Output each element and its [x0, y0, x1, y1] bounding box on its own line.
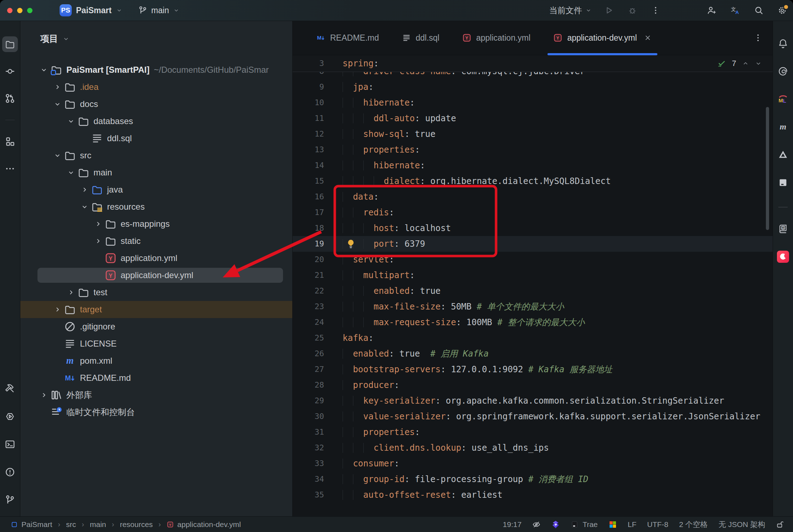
tree-item-application-dev-yml[interactable]: Yapplication-dev.yml: [20, 267, 292, 284]
status-trae[interactable]: Trae: [571, 520, 597, 529]
chevron-right-icon[interactable]: [94, 220, 102, 228]
zoom-window-button[interactable]: [27, 8, 32, 13]
chevron-down-icon[interactable]: [51, 149, 64, 162]
code-line-24[interactable]: 24 max-request-size: 100MB # 整个请求的最大大小: [293, 314, 773, 330]
tab-readme-md[interactable]: MREADME.md: [305, 21, 390, 55]
breadcrumb-resources[interactable]: resources: [120, 520, 153, 529]
close-icon[interactable]: [644, 34, 652, 42]
chevron-down-icon[interactable]: [755, 60, 762, 67]
rail-plugins-button[interactable]: [2, 134, 18, 149]
intention-bulb-icon[interactable]: [345, 239, 356, 249]
tab-application-dev-yml[interactable]: Yapplication-dev.yml: [542, 21, 663, 55]
code-line-34[interactable]: 34 group-id: file-processing-group # 消费者…: [293, 471, 773, 487]
code-line-10[interactable]: 10 hibernate:: [293, 95, 773, 111]
rail-device-button[interactable]: [774, 174, 792, 191]
add-user-icon[interactable]: [707, 5, 717, 15]
code-line-11[interactable]: 11 ddl-auto: update: [293, 111, 773, 126]
chevron-right-icon[interactable]: [54, 83, 61, 91]
project-selector[interactable]: PS PaiSmart: [60, 4, 122, 16]
branch-selector[interactable]: main: [138, 6, 180, 15]
inspections-ok-icon[interactable]: [717, 59, 726, 68]
rail-problems-button[interactable]: [2, 464, 18, 480]
tree-item-resources[interactable]: resources: [20, 198, 292, 215]
status-ms-logo[interactable]: [608, 520, 617, 529]
tree-item-paismart-smartpai[interactable]: PaiSmart [SmartPAI]~/Documents/GitHub/Pa…: [20, 61, 292, 78]
tree-item-main[interactable]: main: [20, 164, 292, 181]
chevron-down-icon[interactable]: [54, 152, 61, 159]
chevron-right-icon[interactable]: [37, 389, 50, 401]
status-eye-off[interactable]: [532, 520, 541, 529]
rail-knot-button[interactable]: [774, 146, 792, 163]
chevron-right-icon[interactable]: [65, 286, 77, 299]
code-line-35[interactable]: 35 auto-offset-reset: earliest: [293, 487, 773, 503]
code-line-19[interactable]: 19 port: 6379: [293, 236, 773, 252]
tree-item-application-yml[interactable]: Yapplication.yml: [20, 250, 292, 267]
chevron-right-icon[interactable]: [94, 237, 102, 245]
debug-icon[interactable]: [627, 5, 637, 15]
tree-item-static[interactable]: static: [20, 232, 292, 250]
chevron-right-icon[interactable]: [67, 288, 75, 296]
rail-ml-plugin-button[interactable]: ML: [774, 91, 792, 108]
translate-icon[interactable]: 文A: [730, 5, 740, 15]
chevron-down-icon[interactable]: [81, 203, 89, 211]
inspections-widget[interactable]: 7: [717, 59, 762, 68]
tree-item-databases[interactable]: databases: [20, 113, 292, 130]
breadcrumb-paismart[interactable]: PaiSmart: [11, 520, 52, 529]
tab-ddl-sql[interactable]: ddl.sql: [390, 21, 451, 55]
chevron-right-icon[interactable]: [54, 306, 61, 313]
rail-git-pull-button[interactable]: [2, 91, 18, 106]
rail-dictionary-button[interactable]: A: [774, 220, 792, 237]
chevron-right-icon[interactable]: [92, 218, 105, 230]
code-line-29[interactable]: 29 key-serializer: org.apache.kafka.comm…: [293, 393, 773, 409]
chevron-down-icon[interactable]: [65, 115, 77, 128]
tree-item-test[interactable]: test: [20, 284, 292, 301]
chevron-down-icon[interactable]: [65, 166, 77, 179]
rail-more-button[interactable]: [2, 161, 18, 177]
run-config-selector[interactable]: 当前文件: [549, 5, 592, 16]
tab-application-yml[interactable]: Yapplication.yml: [451, 21, 542, 55]
rail-branch-button[interactable]: [2, 492, 18, 508]
rail-hammer-button[interactable]: [2, 381, 18, 397]
search-icon[interactable]: [754, 5, 764, 15]
tree-item-es-mappings[interactable]: es-mappings: [20, 215, 292, 232]
rail-commit-button[interactable]: [2, 63, 18, 79]
rail-terminal-button[interactable]: [2, 436, 18, 452]
chevron-down-icon[interactable]: [78, 200, 91, 213]
chevron-down-icon[interactable]: [54, 100, 61, 108]
code-line-14[interactable]: 14 hibernate:: [293, 158, 773, 173]
tree-item-target[interactable]: target: [20, 301, 292, 318]
more-actions-icon[interactable]: [651, 6, 660, 15]
chevron-right-icon[interactable]: [40, 391, 48, 399]
rail-run-hexagon-button[interactable]: [2, 409, 18, 424]
code-line-12[interactable]: 12 show-sql: true: [293, 126, 773, 142]
breadcrumb-application-dev-yml[interactable]: Yapplication-dev.yml: [167, 520, 241, 529]
code-line-9[interactable]: 9 jpa:: [293, 79, 773, 95]
rail-bell-button[interactable]: [774, 35, 792, 52]
tree-item-外部库[interactable]: 外部库: [20, 387, 292, 404]
minimize-window-button[interactable]: [17, 8, 22, 13]
status-lf[interactable]: LF: [628, 520, 637, 529]
rail-moon-app-button[interactable]: [774, 248, 792, 265]
run-icon[interactable]: [604, 5, 614, 15]
code-line-32[interactable]: 32 client.dns.lookup: use_all_dns_ips: [293, 440, 773, 456]
status-19-17[interactable]: 19:17: [503, 520, 522, 529]
breadcrumb-main[interactable]: main: [90, 520, 106, 529]
tree-item-ddl-sql[interactable]: ddl.sql: [20, 130, 292, 147]
status-trae-ai[interactable]: [551, 520, 560, 529]
status-无-json-架构[interactable]: 无 JSON 架构: [718, 520, 765, 530]
code-line-23[interactable]: 23 max-file-size: 50MB # 单个文件的最大大小: [293, 299, 773, 314]
code-line-31[interactable]: 31 properties:: [293, 424, 773, 440]
status-unlock[interactable]: [776, 520, 784, 529]
chevron-right-icon[interactable]: [51, 81, 64, 93]
code-line-25[interactable]: 25kafka:: [293, 330, 773, 346]
chevron-up-icon[interactable]: [742, 60, 749, 67]
rail-folder-button[interactable]: [2, 36, 18, 52]
rail-ai-spiral-button[interactable]: [774, 63, 792, 80]
chevron-right-icon[interactable]: [78, 183, 91, 196]
code-line-30[interactable]: 30 value-serializer: org.springframework…: [293, 409, 773, 424]
tree-item-gitignore[interactable]: .gitignore: [20, 318, 292, 335]
project-panel-header[interactable]: 项目: [20, 21, 292, 45]
tree-item-java[interactable]: java: [20, 181, 292, 198]
status-utf-8[interactable]: UTF-8: [647, 520, 668, 529]
chevron-down-icon[interactable]: [40, 66, 48, 74]
